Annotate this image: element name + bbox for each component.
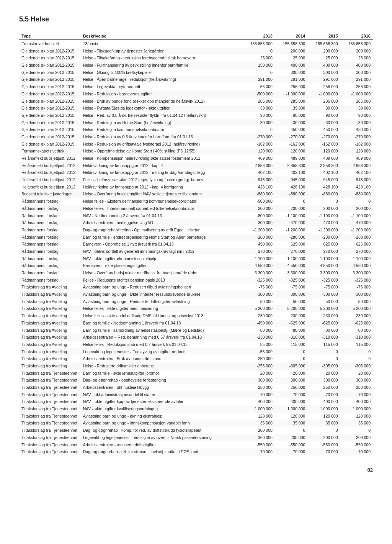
table-row: Gjeldende øk plan 2012-2015Helse - Tilsk… [19, 48, 373, 55]
cell-value: -80 000 [275, 327, 307, 334]
header-2016: 2016 [340, 33, 373, 40]
table-row: Tiltaksforslag fra AvdelingBarn og famil… [19, 320, 373, 327]
table-row: Tiltaksforslag fra TjenesteenhetBarn og … [19, 370, 373, 377]
cell-value: 1 100 000 [242, 255, 275, 262]
cell-value: -1 200 000 [275, 226, 307, 234]
cell-value: 200 000 [275, 48, 307, 55]
table-row: Gjeldende øk plan 2012-2015Helse - Reduk… [19, 90, 373, 98]
cell-type: Gjeldende øk plan 2012-2015 [19, 112, 81, 119]
table-row: Tiltaksforslag fra TjenesteenhetDag- og … [19, 448, 373, 456]
cell-description: Helse - Kompensasjon helårsvirkning økte… [81, 155, 242, 162]
cell-description: Helse - Reduksjon av driftsavtale fysiot… [81, 141, 242, 148]
cell-value: -625 000 [307, 320, 340, 327]
cell-value: -50 000 [275, 298, 307, 305]
table-row: Rådmannens forslagHelse - Overf. av buds… [19, 269, 373, 277]
cell-description: Helse felles - økte utgifter medfinansie… [81, 305, 242, 312]
cell-value: 250 000 [340, 384, 373, 391]
cell-value: -291 000 [275, 76, 307, 83]
cell-description: Helse - Økning til 100% kreftsykepleier [81, 69, 242, 76]
table-row: Gjeldende øk plan 2012-2015Helse - Legev… [19, 83, 373, 90]
cell-description: Helårsvirkning av lønnsoppgjør 2012 - ka… [81, 184, 242, 191]
cell-value: -115 000 [275, 341, 307, 348]
cell-value: -470 000 [275, 219, 307, 226]
cell-value: 230 000 [275, 312, 307, 320]
cell-description: Helse - Overføring husleleutgifter NAV s… [81, 190, 242, 198]
cell-value: 402 100 [307, 169, 340, 176]
cell-value: 250 000 [275, 384, 307, 391]
cell-description: Helårsvirkning av lønnsoppgjør 2012 - ka… [81, 162, 242, 169]
cell-value: -1 000 000 [275, 90, 307, 98]
cell-value: 285 000 [275, 98, 307, 105]
cell-value: -325 000 [242, 277, 275, 284]
cell-description: Arbeidssentralen - reduserte driftsutgif… [81, 441, 242, 449]
table-row: Tiltaksforslag fra AvdelingHelse - Redus… [19, 362, 373, 370]
cell-value: 70 000 [340, 448, 373, 456]
cell-type: Tiltaksforslag fra Tjenesteenhet [19, 398, 81, 405]
cell-value: 300 000 [242, 377, 275, 384]
cell-value: 1 000 000 [242, 405, 275, 413]
table-row: Gjeldende øk plan 2012-2015Helse - Åpen … [19, 76, 373, 83]
cell-description: 13/basis [81, 40, 242, 48]
table-row: Helårseffekt budsjettjust. 2012Helårsvir… [19, 184, 373, 191]
cell-value: 625 000 [307, 241, 340, 248]
cell-value: -880 000 [340, 190, 373, 198]
table-row: Rådmannens forslagNAV - delvis bortfall … [19, 248, 373, 255]
cell-value: -310 000 [307, 334, 340, 341]
cell-value: 155 658 300 [340, 40, 373, 48]
cell-description: Dag- og døgnrehab - ref. for stønad til … [81, 448, 242, 456]
cell-value: -200 000 [340, 205, 373, 212]
cell-type: Budsjett tekniske justeringer [19, 190, 81, 198]
cell-type: Tiltaksforslag fra Avdeling [19, 283, 81, 291]
cell-value: -300 000 [242, 219, 275, 226]
cell-type: Tiltaksforslag fra Tjenesteenhet [19, 441, 81, 449]
cell-description: Felles - Reduserte utgifter pension basi… [81, 277, 242, 284]
cell-value: -450 000 [340, 126, 373, 133]
cell-value: 285 000 [307, 98, 340, 105]
cell-type: Fremskrevet budsjett [19, 40, 81, 48]
cell-value: 4 550 000 [275, 262, 307, 269]
cell-description: NAV - økte utgifter kjøp av tjenester ek… [81, 398, 242, 405]
cell-description: Dag- og døgnrehab - opphevelse feriesten… [81, 377, 242, 384]
cell-value: -360 000 [242, 434, 275, 441]
cell-value: -90 000 [340, 112, 373, 119]
cell-description: Barn og familie - samordning av helsesta… [81, 327, 242, 334]
cell-value: -1 000 000 [340, 90, 373, 98]
cell-value: 285 000 [242, 98, 275, 105]
cell-value: 25 000 [242, 54, 275, 62]
cell-value: -880 000 [307, 190, 340, 198]
cell-value: 70 000 [307, 391, 340, 398]
cell-value: -450 000 [242, 320, 275, 327]
cell-type: Gjeldende øk plan 2012-2015 [19, 119, 81, 126]
cell-value: 230 000 [340, 312, 373, 320]
cell-value: -90 000 [242, 112, 275, 119]
cell-type: Rådmannens forslag [19, 241, 81, 248]
cell-value: -625 000 [340, 320, 373, 327]
cell-value: 1 000 000 [307, 405, 340, 413]
table-row: Tiltaksforslag fra TjenesteenhetNAV - øk… [19, 398, 373, 405]
cell-description: Helse felles - Ekstern delfinansiering k… [81, 198, 242, 205]
cell-value: 2 858 300 [275, 162, 307, 169]
table-row: Rådmannens forslagDag- og døgnrehabilite… [19, 226, 373, 234]
cell-description: Barn og familie - Nedbemanning 1 årsverk… [81, 320, 242, 327]
cell-value: 120 000 [307, 147, 340, 155]
cell-value: 120 000 [242, 413, 275, 420]
table-row: Tiltaksforslag fra TjenesteenhetLegevakt… [19, 434, 373, 441]
cell-value: 489 000 [340, 155, 373, 162]
table-row: Gjeldende øk plan 2012-2015Helse - Fyrga… [19, 105, 373, 112]
cell-value: -291 000 [340, 76, 373, 83]
cell-value: -115 000 [340, 341, 373, 348]
cell-value: 20 000 [307, 370, 340, 377]
cell-value: -450 000 [307, 126, 340, 133]
cell-value: -56 000 [242, 348, 275, 356]
table-row: Tiltaksforslag fra TjenesteenhetDag- og … [19, 427, 373, 434]
table-row: Gjeldende øk plan 2012-2015Helse - Reduk… [19, 133, 373, 141]
cell-description: NAV - økte utgifter økonomisk sosialhjel… [81, 255, 242, 262]
cell-value: 230 000 [242, 312, 275, 320]
table-row: Tiltaksforslag fra AvdelingArbeidssentra… [19, 355, 373, 362]
cell-description: NAV - Nedbemanning 2 årsverk fra 01.04.1… [81, 212, 242, 220]
budget-table: Type Beskrivelse 2013 2014 2015 2016 Fre… [19, 33, 373, 456]
table-row: Rådmannens forslagFelles - Reduserte utg… [19, 277, 373, 284]
cell-value: 70 000 [242, 391, 275, 398]
table-row: Rådmannens forslagNAV - økte utgifter øk… [19, 255, 373, 262]
header-2014: 2014 [275, 33, 307, 40]
